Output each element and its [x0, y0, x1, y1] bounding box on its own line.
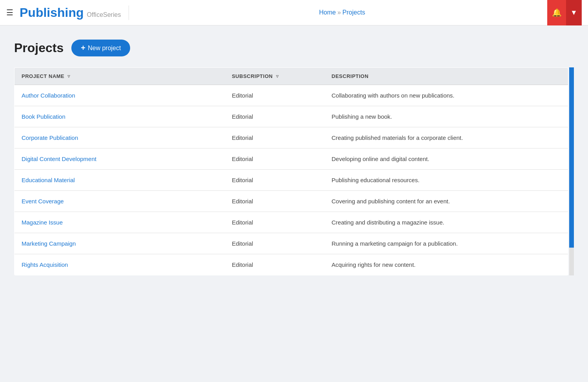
- cell-description: Covering and publishing content for an e…: [325, 191, 568, 212]
- table-row: Rights AcquisitionEditorialAcquiring rig…: [15, 254, 568, 275]
- page-header: Projects + New project: [14, 40, 574, 56]
- header-actions: 🔔 ▼: [547, 0, 582, 25]
- project-name-link[interactable]: Digital Content Development: [22, 156, 96, 162]
- table-body: Author CollaborationEditorialCollaborati…: [15, 85, 568, 275]
- scrollbar-thumb[interactable]: [569, 67, 574, 248]
- main-content: Projects + New project PROJECT NAME ▿: [0, 25, 588, 290]
- table-wrapper: PROJECT NAME ▿ SUBSCRIPTION ▿ DESCRIPTIO…: [14, 67, 574, 275]
- cell-description: Collaborating with authors on new public…: [325, 85, 568, 106]
- notification-bell-button[interactable]: 🔔: [547, 0, 566, 25]
- project-name-link[interactable]: Corporate Publication: [22, 134, 78, 141]
- cell-subscription: Editorial: [225, 254, 324, 275]
- cell-project-name: Author Collaboration: [15, 85, 225, 106]
- cell-description: Creating published materials for a corpo…: [325, 127, 568, 148]
- cell-description: Running a marketing campaign for a publi…: [325, 233, 568, 254]
- cell-subscription: Editorial: [225, 106, 324, 127]
- new-project-button[interactable]: + New project: [71, 40, 130, 56]
- cell-description: Acquiring rights for new content.: [325, 254, 568, 275]
- filter-subscription-icon[interactable]: ▿: [276, 73, 279, 79]
- cell-subscription: Editorial: [225, 148, 324, 170]
- projects-table: PROJECT NAME ▿ SUBSCRIPTION ▿ DESCRIPTIO…: [14, 67, 568, 275]
- table-header: PROJECT NAME ▿ SUBSCRIPTION ▿ DESCRIPTIO…: [15, 68, 568, 85]
- table-row: Event CoverageEditorialCovering and publ…: [15, 191, 568, 212]
- table-row: Digital Content DevelopmentEditorialDeve…: [15, 148, 568, 170]
- table-row: Corporate PublicationEditorialCreating p…: [15, 127, 568, 148]
- plus-icon: +: [81, 43, 85, 53]
- table-row: Marketing CampaignEditorialRunning a mar…: [15, 233, 568, 254]
- col-header-description: DESCRIPTION: [325, 68, 568, 85]
- cell-subscription: Editorial: [225, 85, 324, 106]
- cell-description: Publishing educational resources.: [325, 170, 568, 191]
- cell-project-name: Rights Acquisition: [15, 254, 225, 275]
- project-name-link[interactable]: Magazine Issue: [22, 219, 63, 226]
- menu-icon[interactable]: ☰: [6, 8, 13, 17]
- project-name-link[interactable]: Author Collaboration: [22, 92, 75, 99]
- table-row: Book PublicationEditorialPublishing a ne…: [15, 106, 568, 127]
- project-name-link[interactable]: Educational Material: [22, 177, 75, 183]
- cell-project-name: Magazine Issue: [15, 212, 225, 233]
- app-title: Publishing: [20, 5, 84, 20]
- bell-icon: 🔔: [552, 8, 562, 17]
- app-subtitle: OfficeSeries: [87, 11, 121, 18]
- page-title: Projects: [14, 41, 64, 55]
- project-name-link[interactable]: Rights Acquisition: [22, 261, 68, 268]
- chevron-down-icon: ▼: [570, 9, 577, 17]
- cell-project-name: Marketing Campaign: [15, 233, 225, 254]
- table-row: Author CollaborationEditorialCollaborati…: [15, 85, 568, 106]
- breadcrumb-separator: »: [338, 9, 341, 16]
- brand: Publishing OfficeSeries: [20, 5, 129, 20]
- project-name-link[interactable]: Book Publication: [22, 113, 65, 120]
- cell-project-name: Digital Content Development: [15, 148, 225, 170]
- project-name-link[interactable]: Marketing Campaign: [22, 240, 76, 247]
- app-header: ☰ Publishing OfficeSeries Home » Project…: [0, 0, 588, 25]
- cell-subscription: Editorial: [225, 191, 324, 212]
- cell-subscription: Editorial: [225, 127, 324, 148]
- cell-description: Developing online and digital content.: [325, 148, 568, 170]
- cell-project-name: Educational Material: [15, 170, 225, 191]
- breadcrumb-current: Projects: [343, 9, 365, 16]
- cell-project-name: Corporate Publication: [15, 127, 225, 148]
- col-header-subscription: SUBSCRIPTION ▿: [225, 68, 324, 85]
- table-row: Educational MaterialEditorialPublishing …: [15, 170, 568, 191]
- cell-description: Creating and distributing a magazine iss…: [325, 212, 568, 233]
- cell-subscription: Editorial: [225, 170, 324, 191]
- breadcrumb-home[interactable]: Home: [319, 9, 336, 16]
- scrollbar-track: [569, 67, 574, 275]
- filter-project-name-icon[interactable]: ▿: [67, 73, 71, 79]
- cell-subscription: Editorial: [225, 212, 324, 233]
- cell-project-name: Event Coverage: [15, 191, 225, 212]
- new-project-label: New project: [88, 45, 121, 52]
- cell-subscription: Editorial: [225, 233, 324, 254]
- project-name-link[interactable]: Event Coverage: [22, 198, 64, 205]
- cell-project-name: Book Publication: [15, 106, 225, 127]
- col-header-project-name: PROJECT NAME ▿: [15, 68, 225, 85]
- user-dropdown-button[interactable]: ▼: [566, 0, 582, 25]
- cell-description: Publishing a new book.: [325, 106, 568, 127]
- table-row: Magazine IssueEditorialCreating and dist…: [15, 212, 568, 233]
- breadcrumb: Home » Projects: [137, 9, 547, 16]
